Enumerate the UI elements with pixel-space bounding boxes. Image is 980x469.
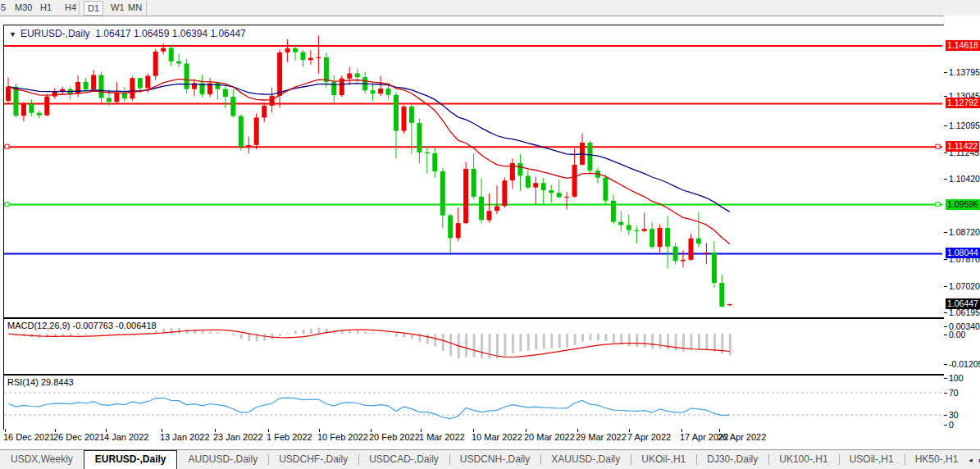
date-label: 10 Mar 2022: [472, 432, 522, 442]
tab-scroll-arrows: ◂▸: [969, 450, 980, 469]
axis-tick-mark: [944, 153, 947, 153]
timeframe-button-h1[interactable]: H1: [37, 1, 55, 14]
axis-tick-mark: [944, 326, 947, 327]
axis-tick-mark: [944, 312, 947, 313]
axis-tick-mark: [944, 364, 947, 365]
current-price-badge: 1.06447: [946, 298, 980, 309]
chart-tab-hk50-h1[interactable]: HK50-,H1: [905, 450, 969, 469]
date-label: 1 Feb 2022: [267, 432, 312, 442]
axis-tick-mark: [944, 415, 947, 416]
price-axis[interactable]: 1.137951.130451.120951.112451.104201.087…: [944, 16, 980, 449]
axis-tick-mark: [944, 232, 947, 233]
axis-tick-mark: [944, 259, 947, 260]
hline-price-badge: 1.11422: [946, 141, 979, 152]
time-axis[interactable]: 16 Dec 202126 Dec 20214 Jan 202213 Jan 2…: [0, 430, 944, 449]
macd-axis-label: 0.00: [949, 330, 965, 339]
price-axis-label: 1.10420: [949, 174, 980, 184]
price-axis-label: 1.07020: [949, 281, 980, 291]
chart-tab-xauusd-daily[interactable]: XAUUSD-,Daily: [540, 450, 631, 469]
rsi-axis-label: 100: [949, 373, 964, 383]
chart-tab-dj30-daily[interactable]: DJ30-,Daily: [696, 450, 768, 469]
chart-tab-eurusd-daily[interactable]: EURUSD-,Daily: [84, 450, 178, 469]
chart-tab-usoil-h1[interactable]: USOil-,H1: [839, 450, 905, 469]
timeframe-button-mn[interactable]: MN: [125, 1, 145, 14]
price-chart-panel[interactable]: ▼EURUSD-,Daily 1.06417 1.06459 1.06394 1…: [3, 25, 945, 318]
date-label: 7 Apr 2022: [627, 432, 671, 442]
hline-price-badge: 1.08044: [946, 248, 980, 258]
date-label: 1 Mar 2022: [419, 432, 465, 442]
chart-tab-usdcnh-daily[interactable]: USDCNH-,Daily: [449, 450, 540, 469]
toolbar-separator: [146, 1, 147, 15]
chart-tab-uk100-h1[interactable]: UK100-,H1: [768, 450, 838, 469]
timeframe-button-5[interactable]: 5: [0, 1, 9, 14]
chart-tab-ukoil-h1[interactable]: UKOil-,H1: [631, 450, 696, 469]
macd-label: MACD(12,26,9) -0.007763 -0.006418: [7, 321, 157, 330]
chart-ohlc-values: 1.06417 1.06459 1.06394 1.06447: [95, 28, 246, 39]
date-label: 16 Dec 2021: [3, 432, 54, 442]
axis-tick-mark: [944, 286, 947, 287]
rsi-axis-label: 0: [949, 420, 954, 430]
hline-price-badge: 1.14618: [946, 40, 980, 51]
chart-tab-bar: USDX,WeeklyEURUSD-,DailyAUDUSD-,DailyUSD…: [0, 449, 980, 469]
axis-tick-mark: [944, 378, 947, 379]
axis-tick-mark: [944, 425, 947, 426]
macd-axis-label: -0.012058: [949, 359, 980, 369]
axis-tick-mark: [944, 72, 947, 73]
date-label: 20 Feb 2022: [369, 432, 420, 442]
timeframe-button-h4[interactable]: H4: [62, 1, 80, 14]
rsi-axis-label: 70: [949, 388, 959, 398]
chart-tab-usdx-weekly[interactable]: USDX,Weekly: [0, 450, 84, 469]
hline-price-badge: 1.09596: [946, 199, 980, 210]
chart-tab-usdchf-daily[interactable]: USDCHF-,Daily: [268, 450, 358, 469]
chart-title: ▼EURUSD-,Daily 1.06417 1.06459 1.06394 1…: [9, 28, 246, 39]
timeframe-button-d1[interactable]: D1: [84, 1, 103, 16]
date-label: 26 Dec 2021: [53, 432, 104, 442]
date-label: 29 Mar 2022: [576, 432, 627, 442]
axis-tick-mark: [944, 393, 947, 394]
chart-dropdown-icon[interactable]: ▼: [9, 30, 16, 39]
price-axis-label: 1.12095: [949, 121, 980, 130]
timeframe-toolbar: 5M30H1H4D1W1MN: [0, 0, 980, 16]
tab-scroll-left-icon[interactable]: ◂: [969, 456, 973, 464]
date-label: 20 Mar 2022: [524, 432, 575, 442]
price-chart-canvas[interactable]: [4, 25, 942, 316]
rsi-canvas[interactable]: [4, 376, 942, 428]
macd-indicator-panel[interactable]: MACD(12,26,9) -0.007763 -0.006418: [3, 318, 945, 375]
date-label: 23 Jan 2022: [213, 432, 263, 442]
axis-tick-mark: [944, 96, 947, 97]
date-label: 4 Jan 2022: [104, 432, 148, 442]
rsi-label: RSI(14) 29.8443: [7, 377, 74, 387]
price-axis-label: 1.08720: [949, 227, 980, 237]
axis-tick-mark: [944, 179, 947, 180]
date-label: 26 Apr 2022: [718, 432, 766, 442]
chart-tab-usdcad-daily[interactable]: USDCAD-,Daily: [358, 450, 449, 469]
toolbar-separator: [79, 1, 80, 15]
date-label: 13 Jan 2022: [160, 432, 210, 442]
price-axis-label: 1.13795: [949, 67, 980, 77]
chart-symbol-label: EURUSD-,Daily: [21, 28, 90, 39]
date-label: 10 Feb 2022: [317, 432, 368, 442]
timeframe-button-m30[interactable]: M30: [11, 1, 35, 14]
axis-tick-mark: [944, 125, 947, 126]
rsi-indicator-panel[interactable]: RSI(14) 29.8443: [3, 375, 945, 430]
chart-tab-audusd-daily[interactable]: AUDUSD-,Daily: [177, 450, 268, 469]
trading-terminal-window: 5M30H1H4D1W1MN ▼EURUSD-,Daily 1.06417 1.…: [0, 0, 980, 469]
hline-price-badge: 1.12792: [946, 98, 980, 108]
rsi-axis-label: 30: [949, 410, 959, 420]
axis-tick-mark: [944, 335, 947, 335]
